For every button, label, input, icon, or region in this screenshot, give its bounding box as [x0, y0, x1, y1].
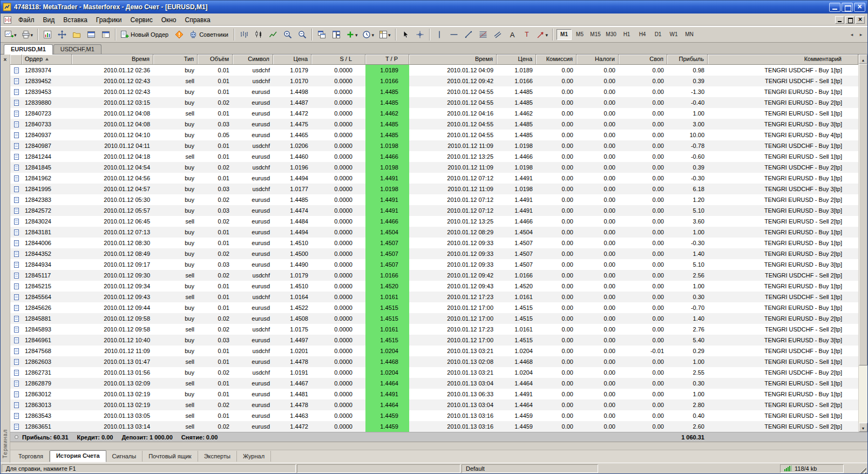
- templates-button[interactable]: [377, 28, 393, 41]
- column-header-commission[interactable]: Комиссия: [536, 55, 577, 65]
- metaeditor-button[interactable]: [172, 28, 186, 41]
- timeframe-m30-button[interactable]: M30: [603, 29, 619, 40]
- column-header-time-close[interactable]: Время: [409, 55, 497, 65]
- table-row[interactable]: 128409872010.01.12 04:11buy0.01usdchf1.0…: [10, 140, 858, 151]
- tab-account-history[interactable]: История Счета: [50, 450, 106, 462]
- table-row[interactable]: 128412442010.01.12 04:18sell0.01eurusd1.…: [10, 151, 858, 162]
- scroll-down-button[interactable]: [859, 423, 867, 432]
- crosshair-button[interactable]: [413, 28, 427, 41]
- timeframe-d1-button[interactable]: D1: [650, 29, 666, 40]
- table-row[interactable]: 128394522010.01.12 02:43sell0.01usdchf1.…: [10, 76, 858, 86]
- scrollbar-track[interactable]: [859, 64, 867, 423]
- table-row[interactable]: 128458932010.01.12 09:58sell0.02usdchf1.…: [10, 324, 858, 335]
- data-window-button[interactable]: [55, 28, 69, 41]
- timeframe-h1-button[interactable]: H1: [619, 29, 634, 40]
- channel-button[interactable]: [491, 28, 505, 41]
- timeframe-m15-button[interactable]: M15: [588, 29, 603, 40]
- tab-mailbox[interactable]: Почтовый ящик: [143, 451, 198, 462]
- scroll-up-button[interactable]: [859, 55, 867, 64]
- new-order-button[interactable]: Новый Ордер: [118, 28, 172, 41]
- periods-button[interactable]: [360, 28, 376, 41]
- market-watch-button[interactable]: [40, 28, 55, 41]
- terminal-button[interactable]: [84, 28, 98, 41]
- zoom-in-button[interactable]: [281, 28, 295, 41]
- child-close-button[interactable]: [856, 16, 865, 24]
- arrows-tool-button[interactable]: [534, 28, 551, 41]
- table-row[interactable]: 128393742010.01.12 02:36buy0.01usdchf1.0…: [10, 65, 858, 76]
- tab-experts[interactable]: Эксперты: [198, 451, 237, 462]
- column-header-time-open[interactable]: Время: [72, 55, 153, 65]
- column-header-type[interactable]: Тип: [153, 55, 198, 65]
- cursor-button[interactable]: [398, 28, 412, 41]
- column-header-comment[interactable]: Комментарий: [708, 55, 858, 65]
- print-button[interactable]: [19, 28, 36, 41]
- table-row[interactable]: 128627312010.01.13 01:56buy0.02usdchf1.0…: [10, 367, 858, 378]
- menu-charts[interactable]: Графики: [92, 15, 126, 25]
- scrollbar-thumb[interactable]: [859, 64, 867, 365]
- tab-journal[interactable]: Журнал: [237, 451, 271, 462]
- table-row[interactable]: 128440062010.01.12 08:30buy0.01eurusd1.4…: [10, 238, 858, 248]
- menu-help[interactable]: Справка: [181, 15, 215, 25]
- tile-windows-button[interactable]: [329, 28, 343, 41]
- resize-grip[interactable]: [859, 466, 866, 473]
- vertical-scrollbar[interactable]: [858, 55, 867, 432]
- child-minimize-button[interactable]: [835, 16, 844, 24]
- app-icon[interactable]: [3, 3, 11, 11]
- timeframe-m5-button[interactable]: M5: [572, 29, 587, 40]
- column-header-order[interactable]: Ордер: [22, 55, 72, 65]
- table-row[interactable]: 128419622010.01.12 04:56buy0.01eurusd1.4…: [10, 173, 858, 184]
- table-row[interactable]: 128452152010.01.12 09:34buy0.01eurusd1.4…: [10, 281, 858, 292]
- horizontal-line-button[interactable]: [447, 28, 461, 41]
- table-row[interactable]: 128630132010.01.13 02:19sell0.02eurusd1.…: [10, 399, 858, 410]
- menu-file[interactable]: Файл: [14, 15, 39, 25]
- status-profile[interactable]: Default: [462, 464, 598, 473]
- table-row[interactable]: 128423832010.01.12 05:30buy0.02eurusd1.4…: [10, 194, 858, 205]
- timeframe-h4-button[interactable]: H4: [635, 29, 650, 40]
- strategy-tester-button[interactable]: [99, 28, 113, 41]
- table-row[interactable]: 128458812010.01.12 09:58buy0.02eurusd1.4…: [10, 313, 858, 324]
- table-row[interactable]: 128407332010.01.12 04:08buy0.03eurusd1.4…: [10, 119, 858, 130]
- cascade-windows-button[interactable]: [315, 28, 329, 41]
- tab-trade[interactable]: Торговля: [12, 451, 50, 462]
- table-row[interactable]: 128418452010.01.12 04:54buy0.02usdchf1.0…: [10, 162, 858, 173]
- chart-tab-usdchf-m1[interactable]: USDCHF,M1: [53, 44, 101, 54]
- chart-tab-eurusd-m1[interactable]: EURUSD,M1: [4, 44, 53, 55]
- timeframe-m1-button[interactable]: M1: [557, 29, 572, 40]
- table-row[interactable]: 128409372010.01.12 04:10buy0.05eurusd1.4…: [10, 130, 858, 140]
- indicators-button[interactable]: [344, 28, 360, 41]
- column-header-taxes[interactable]: Налоги: [577, 55, 619, 65]
- table-row[interactable]: 128398802010.01.12 03:15buy0.02eurusd1.4…: [10, 97, 858, 108]
- column-header-tp[interactable]: T / P: [365, 55, 409, 65]
- table-row[interactable]: 128394532010.01.12 02:43buy0.01eurusd1.4…: [10, 86, 858, 97]
- toolbar-scroll-right-button[interactable]: [857, 30, 865, 39]
- table-row[interactable]: 128630122010.01.13 02:19buy0.01eurusd1.4…: [10, 389, 858, 399]
- column-header-profit[interactable]: Прибыль: [667, 55, 708, 65]
- text-label-button[interactable]: T: [520, 28, 534, 41]
- chart-window-icon[interactable]: [3, 16, 12, 24]
- menu-service[interactable]: Сервис: [126, 15, 157, 25]
- terminal-close-button[interactable]: [2, 56, 9, 63]
- table-row[interactable]: 128636512010.01.13 03:14sell0.02eurusd1.…: [10, 421, 858, 432]
- menu-window[interactable]: Окно: [157, 15, 181, 25]
- zoom-out-button[interactable]: [295, 28, 309, 41]
- table-row[interactable]: 128451172010.01.12 09:30sell0.02usdchf1.…: [10, 270, 858, 281]
- menu-view[interactable]: Вид: [39, 15, 59, 25]
- new-chart-button[interactable]: [3, 28, 19, 41]
- column-header-price-open[interactable]: Цена: [273, 55, 311, 65]
- table-row[interactable]: 128628792010.01.13 02:09sell0.01eurusd1.…: [10, 378, 858, 389]
- column-header-volume[interactable]: Объём: [198, 55, 233, 65]
- close-button[interactable]: [854, 3, 865, 12]
- column-header-price-close[interactable]: Цена: [497, 55, 536, 65]
- table-row[interactable]: 128407232010.01.12 04:08sell0.01eurusd1.…: [10, 108, 858, 119]
- timeframe-w1-button[interactable]: W1: [666, 29, 681, 40]
- menu-insert[interactable]: Вставка: [59, 15, 92, 25]
- table-row[interactable]: 128443522010.01.12 08:49buy0.02eurusd1.4…: [10, 248, 858, 259]
- column-header-swap[interactable]: Своп: [619, 55, 667, 65]
- tab-signals[interactable]: Сигналы: [106, 451, 143, 462]
- candlestick-chart-button[interactable]: [252, 28, 266, 41]
- bar-chart-button[interactable]: [237, 28, 251, 41]
- navigator-button[interactable]: [70, 28, 84, 41]
- table-row[interactable]: 128469612010.01.12 10:40buy0.03eurusd1.4…: [10, 335, 858, 346]
- restore-button[interactable]: [842, 3, 853, 12]
- table-row[interactable]: 128419952010.01.12 04:57buy0.03usdchf1.0…: [10, 184, 858, 194]
